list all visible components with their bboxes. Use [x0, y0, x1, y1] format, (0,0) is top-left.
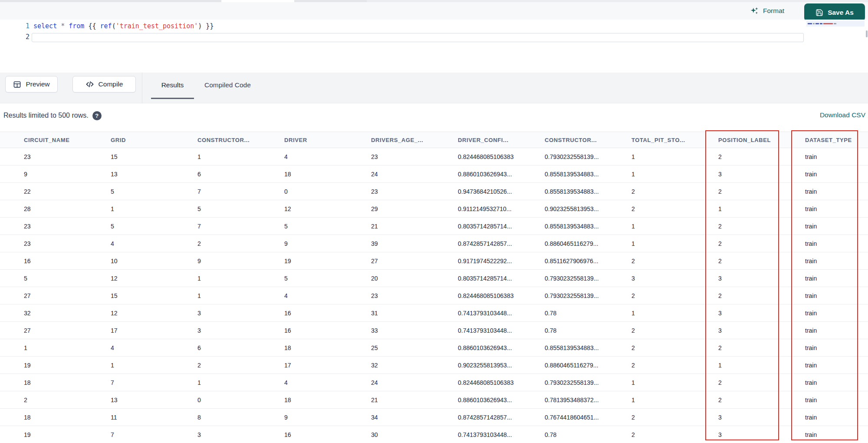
table-cell: 7 [174, 218, 260, 235]
table-cell: 9 [0, 165, 87, 183]
table-cell: 11 [87, 409, 174, 426]
format-button[interactable]: Format [750, 2, 784, 20]
table-cell: 12 [260, 200, 347, 218]
table-cell: 5 [87, 183, 174, 200]
column-header: DRIVERS_AGE_... [347, 132, 434, 148]
table-cell: 16 [0, 252, 87, 270]
table-cell: 30 [347, 426, 434, 443]
table-cell: 0 [174, 391, 260, 409]
table-cell: 0.7930232558139... [521, 148, 608, 165]
table-cell: 9 [260, 235, 347, 252]
table-cell: 21 [347, 391, 434, 409]
table-cell: 1 [694, 200, 781, 218]
table-cell: 2 [608, 409, 694, 426]
code-line-1: select * from {{ ref('train_test_positio… [33, 22, 214, 30]
table-cell: 1 [174, 270, 260, 287]
table-cell: 0.7413793103448... [434, 426, 521, 443]
table-cell: 20 [347, 270, 434, 287]
table-cell: 0.8558139534883... [521, 183, 608, 200]
code-editor[interactable]: 1 2 select * from {{ ref('train_test_pos… [0, 20, 868, 73]
table-cell: 3 [174, 426, 260, 443]
table-row: 181189340.8742857142857...0.767441860465… [0, 409, 868, 426]
table-cell: 3 [608, 270, 694, 287]
table-cell: train [781, 287, 868, 304]
table-cell: train [781, 165, 868, 183]
results-pane-header: Preview Compile Results Compiled Code [0, 73, 868, 103]
table-cell: 32 [0, 304, 87, 322]
table-cell: 33 [347, 322, 434, 339]
editor-toolbar: Format Save As [0, 2, 868, 20]
table-cell: 0.8558139534883... [521, 165, 608, 183]
table-cell: 0.8035714285714... [434, 270, 521, 287]
table-cell: 5 [0, 270, 87, 287]
table-cell: 0.8742857142857... [434, 409, 521, 426]
table-cell: 4 [260, 148, 347, 165]
table-cell: train [781, 218, 868, 235]
table-cell: 0.8860103626943... [434, 165, 521, 183]
table-cell: 24 [347, 374, 434, 391]
line-number-2: 2 [18, 33, 30, 41]
table-row: 913618240.8860103626943...0.855813953488… [0, 165, 868, 183]
table-cell: 8 [174, 409, 260, 426]
results-info-bar: Results limited to 500 rows. ? Download … [0, 103, 868, 132]
table-row: 3212316310.7413793103448...0.7813train [0, 304, 868, 322]
table-cell: 2 [608, 200, 694, 218]
table-cell: 19 [0, 426, 87, 443]
line-number-1: 1 [18, 22, 30, 30]
results-table: CIRCUIT_NAMEGRIDCONSTRUCTOR...DRIVERDRIV… [0, 132, 868, 443]
table-cell: 5 [260, 270, 347, 287]
tab-compiled-code[interactable]: Compiled Code [204, 73, 251, 98]
table-cell: 0.8860103626943... [434, 391, 521, 409]
table-cell: 2 [694, 235, 781, 252]
table-row: 23575210.8035714285714...0.8558139534883… [0, 218, 868, 235]
table-row: 1610919270.9171974522292...0.85116279069… [0, 252, 868, 270]
preview-label: Preview [26, 80, 49, 88]
table-cell: 2 [608, 183, 694, 200]
table-cell: 1 [608, 165, 694, 183]
column-header: CONSTRUCTOR... [521, 132, 608, 148]
table-cell: 0.78 [521, 322, 608, 339]
compile-label: Compile [99, 80, 123, 88]
table-cell: 1 [174, 287, 260, 304]
table-cell: 0 [260, 183, 347, 200]
tab-results[interactable]: Results [151, 73, 194, 98]
table-cell: train [781, 409, 868, 426]
table-body: 231514230.8244680851063830.7930232558139… [0, 148, 868, 443]
table-cell: 2 [608, 322, 694, 339]
editor-scrollbar[interactable] [866, 30, 868, 37]
column-header: DRIVER [260, 132, 347, 148]
preview-button[interactable]: Preview [5, 76, 58, 93]
table-cell: 13 [87, 391, 174, 409]
table-cell: 0.9023255813953... [434, 357, 521, 374]
table-cell: train [781, 200, 868, 218]
table-cell: train [781, 357, 868, 374]
table-cell: 0.8511627906976... [521, 252, 608, 270]
table-cell: train [781, 270, 868, 287]
table-cell: 2 [608, 426, 694, 443]
save-as-button[interactable]: Save As [804, 3, 865, 21]
table-cell: 0.824468085106383 [434, 287, 521, 304]
table-cell: 2 [608, 252, 694, 270]
table-cell: 16 [260, 426, 347, 443]
table-cell: 5 [87, 218, 174, 235]
table-cell: train [781, 148, 868, 165]
table-cell: 2 [608, 287, 694, 304]
editor-minimap[interactable] [806, 21, 865, 38]
table-row: 271514230.8244680851063830.7930232558139… [0, 287, 868, 304]
table-grid-icon [13, 80, 21, 89]
table-cell: 18 [0, 374, 87, 391]
table-row: 281512290.9112149532710...0.902325581395… [0, 200, 868, 218]
results-table-wrap: CIRCUIT_NAMEGRIDCONSTRUCTOR...DRIVERDRIV… [0, 132, 868, 443]
compile-button[interactable]: Compile [72, 76, 136, 93]
column-header: DRIVER_CONFI... [434, 132, 521, 148]
table-cell: train [781, 252, 868, 270]
table-cell: 3 [174, 304, 260, 322]
table-cell: 3 [694, 409, 781, 426]
table-cell: 31 [347, 304, 434, 322]
table-cell: 0.8035714285714... [434, 218, 521, 235]
download-csv-link[interactable]: Download CSV [820, 111, 865, 119]
table-cell: 19 [0, 357, 87, 374]
help-icon[interactable]: ? [92, 111, 102, 120]
table-cell: 6 [174, 165, 260, 183]
results-tabs: Results Compiled Code [151, 73, 251, 98]
